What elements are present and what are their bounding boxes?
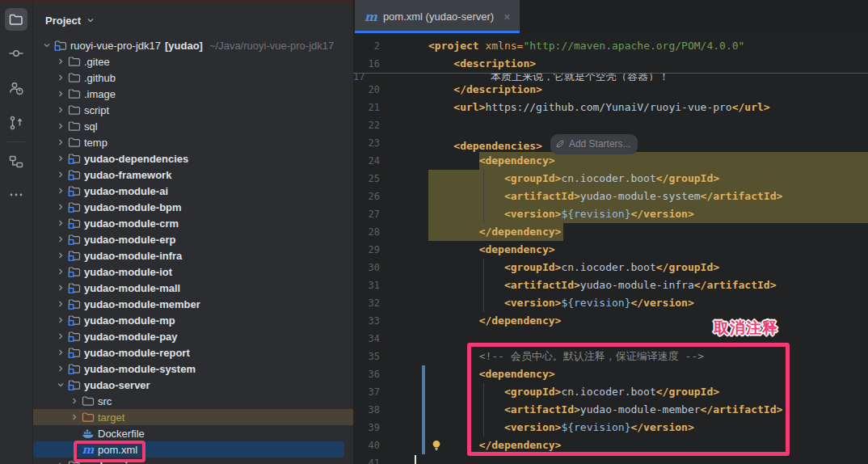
chevron-right-icon[interactable]	[53, 71, 67, 84]
code-line-36[interactable]: 36 <dependency>	[353, 365, 868, 383]
code-line-30[interactable]: 30 <groupId>cn.iocoder.boot</groupId>	[353, 259, 868, 276]
intention-lightbulb-icon[interactable]	[430, 439, 443, 452]
add-starters-inlay-button[interactable]: Add Starters...	[550, 134, 638, 154]
project-folder-icon[interactable]	[8, 11, 24, 27]
tree-item-dockerfile[interactable]: Dockerfile	[33, 425, 353, 441]
chevron-right-icon[interactable]	[53, 459, 67, 464]
tree-item-yudao-module-bpm[interactable]: yudao-module-bpm	[33, 199, 353, 215]
chevron-right-icon[interactable]	[53, 103, 67, 116]
tree-item-target[interactable]: target	[33, 409, 353, 425]
code-line-29[interactable]: 29 <dependency>	[353, 241, 868, 259]
code-line-40[interactable]: 40 </dependency>	[353, 437, 868, 454]
tree-item-yudao-framework[interactable]: yudao-framework	[33, 167, 353, 183]
active-tab-underline	[355, 31, 520, 33]
chevron-right-icon[interactable]	[67, 394, 81, 407]
pull-requests-icon[interactable]	[8, 115, 24, 131]
chevron-right-icon[interactable]	[53, 314, 67, 327]
code-line-20[interactable]: 20 </description>	[353, 81, 868, 99]
tree-item-yudao-module-member[interactable]: yudao-module-member	[33, 296, 353, 312]
chevron-right-icon[interactable]	[53, 184, 67, 197]
chevron-right-icon[interactable]	[53, 152, 67, 165]
code-line-39[interactable]: 39 <version>${revision}</version>	[353, 419, 868, 437]
code-line-38[interactable]: 38 <artifactId>yudao-module-member</arti…	[353, 401, 868, 419]
line-number: 28	[353, 223, 380, 241]
tree-item-.gitee[interactable]: .gitee	[33, 53, 353, 70]
tree-item-sql[interactable]: sql	[33, 118, 353, 134]
chevron-down-icon[interactable]	[53, 378, 67, 391]
project-panel-header[interactable]: Project	[33, 3, 353, 37]
tree-item-pom.xml[interactable]: mpom.xml	[33, 441, 344, 458]
code-line-37[interactable]: 37 <groupId>cn.iocoder.boot</groupId>	[353, 383, 868, 401]
code-line-16[interactable]: 16 <description>	[353, 55, 868, 73]
tree-item-temp[interactable]: temp	[33, 134, 353, 150]
more-icon[interactable]	[8, 187, 24, 203]
tree-item-yudao-module-infra[interactable]: yudao-module-infra	[33, 247, 353, 264]
code-line-17[interactable]: 17 本质上来说，它就是个空壳（容器）！	[353, 73, 868, 81]
tree-item-yudao-module-ai[interactable]: yudao-module-ai	[33, 183, 353, 199]
tree-item-.image[interactable]: .image	[33, 86, 353, 102]
chevron-right-icon[interactable]	[53, 136, 67, 149]
tab-pom-xml[interactable]: m pom.xml (yudao-server) ×	[355, 0, 520, 33]
tree-item-yudao-server[interactable]: yudao-server	[33, 377, 353, 393]
chevron-right-icon[interactable]	[53, 281, 67, 294]
chevron-right-icon[interactable]	[53, 55, 67, 68]
code-line-21[interactable]: 21 <url>https://github.com/YunaiV/ruoyi-…	[353, 99, 868, 116]
tree-item-yudao-module-report[interactable]: yudao-module-report	[33, 344, 353, 361]
code-line-2[interactable]: 2<project xmlns="http://maven.apache.org…	[353, 37, 868, 55]
tree-item-yudao-module-erp[interactable]: yudao-module-erp	[33, 231, 353, 247]
structure-icon[interactable]	[8, 154, 24, 170]
code-line-28[interactable]: 28 </dependency>	[353, 223, 868, 241]
module-folder-icon	[67, 346, 82, 359]
code-line-27[interactable]: 27 <version>${revision}</version>	[353, 205, 868, 223]
code-line-35[interactable]: 35 <!-- 会员中心。默认注释，保证编译速度 -->	[353, 348, 868, 365]
tree-item-src[interactable]: src	[33, 393, 353, 409]
chevron-right-icon[interactable]	[53, 233, 67, 246]
tree-item-yudao-module-iot[interactable]: yudao-module-iot	[33, 264, 353, 280]
maven-m-icon: m	[364, 10, 377, 24]
tree-item-yudao-dependencies[interactable]: yudao-dependencies	[33, 150, 353, 167]
chevron-right-icon[interactable]	[67, 411, 81, 424]
code-line-31[interactable]: 31 <artifactId>yudao-module-infra</artif…	[353, 276, 868, 294]
tree-item-ruoyi-vue-pro-jdk17[interactable]: ruoyi-vue-pro-jdk17[yudao]~/Java/ruoyi-v…	[33, 37, 353, 53]
tree-item-yudao-module-pay[interactable]: yudao-module-pay	[33, 328, 353, 344]
tree-item-script[interactable]: script	[33, 102, 353, 118]
code-line-32[interactable]: 32 <version>${revision}</version>	[353, 294, 868, 312]
chevron-right-icon[interactable]	[53, 168, 67, 181]
tree-item-yudao-ui[interactable]: yudao-ui	[33, 458, 353, 464]
changed-lines-marker[interactable]	[422, 383, 425, 401]
tree-item-yudao-module-mp[interactable]: yudao-module-mp	[33, 312, 353, 328]
chevron-right-icon[interactable]	[53, 200, 67, 213]
chevron-right-icon[interactable]	[53, 87, 67, 100]
line-number: 36	[353, 365, 380, 383]
chevron-right-icon[interactable]	[53, 346, 67, 359]
code-line-33[interactable]: 33 </dependency>	[353, 312, 868, 330]
chevron-right-icon[interactable]	[53, 120, 67, 133]
collaboration-help-icon[interactable]	[8, 80, 24, 96]
code-line-34[interactable]: 34	[353, 330, 868, 348]
tree-item-label: src	[98, 395, 112, 407]
code-line-25[interactable]: 25 <groupId>cn.iocoder.boot</groupId>	[353, 170, 868, 188]
tree-item-yudao-module-crm[interactable]: yudao-module-crm	[33, 215, 353, 231]
chevron-right-icon[interactable]	[53, 249, 67, 262]
code-line-22[interactable]: 22	[353, 116, 868, 134]
chevron-right-icon[interactable]	[53, 362, 67, 375]
tree-item-yudao-module-system[interactable]: yudao-module-system	[33, 361, 353, 377]
changed-lines-marker[interactable]	[422, 401, 425, 419]
code-editor[interactable]: 2<project xmlns="http://maven.apache.org…	[353, 37, 868, 464]
chevron-right-icon[interactable]	[53, 265, 67, 278]
changed-lines-marker[interactable]	[422, 437, 425, 454]
code-line-26[interactable]: 26 <artifactId>yudao-module-system</arti…	[353, 188, 868, 205]
code-line-41[interactable]: 41	[353, 454, 868, 464]
changed-lines-marker[interactable]	[422, 365, 425, 383]
code-line-23[interactable]: 23 <dependencies>Add Starters...	[353, 134, 868, 152]
tree-item-yudao-module-mall[interactable]: yudao-module-mall	[33, 280, 353, 296]
chevron-right-icon[interactable]	[53, 217, 67, 230]
changed-lines-marker[interactable]	[422, 419, 425, 437]
chevron-down-icon[interactable]	[40, 39, 53, 52]
commit-icon[interactable]	[8, 45, 24, 61]
tree-item-.github[interactable]: .github	[33, 70, 353, 86]
folder-icon	[67, 103, 82, 116]
chevron-right-icon[interactable]	[53, 297, 67, 310]
chevron-right-icon[interactable]	[53, 330, 67, 343]
close-tab-icon[interactable]: ×	[504, 12, 510, 22]
